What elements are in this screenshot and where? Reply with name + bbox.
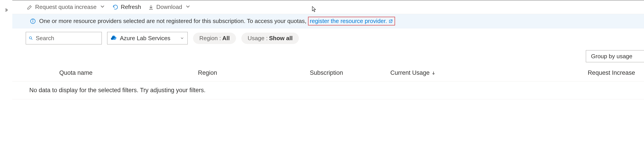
search-input[interactable] [26,32,102,44]
pill-value: Show all [269,35,292,42]
refresh-icon [112,4,118,10]
region-filter[interactable]: Region : All [193,33,236,44]
banner-text: One or more resource providers selected … [39,17,395,25]
toolbar-label: Request quota increase [35,3,97,10]
main-content: Request quota increase Refresh Download [12,0,644,158]
pill-label: Usage : [248,35,268,42]
usage-filter[interactable]: Usage : Show all [241,33,299,44]
col-request-increase[interactable]: Request Increase [572,69,644,76]
toolbar: Request quota increase Refresh Download [12,0,644,14]
info-icon [30,18,36,24]
download-button[interactable]: Download [148,3,191,11]
toolbar-label: Refresh [121,3,141,10]
sidebar-expand-button[interactable] [0,0,12,158]
svg-point-3 [29,37,32,39]
toolbar-label: Download [156,3,182,10]
provider-dropdown[interactable]: Azure Lab Services [107,32,188,44]
pill-label: Region : [199,35,221,42]
pill-value: All [222,35,230,42]
info-banner: One or more resource providers selected … [12,14,644,28]
banner-link-text: register the resource provider. [310,18,387,24]
chevron-down-icon [185,3,191,11]
banner-message: One or more resource providers selected … [39,18,308,24]
empty-state: No data to display for the selected filt… [12,81,644,99]
cloud-icon [110,35,117,41]
search-icon [29,36,33,41]
group-by-label: Group by usage [591,53,632,60]
chevron-down-icon [99,3,106,11]
download-icon [148,4,154,10]
refresh-button[interactable]: Refresh [112,3,141,10]
edit-icon [26,4,33,10]
provider-label: Azure Lab Services [120,35,177,42]
col-quota-name[interactable]: Quota name [59,69,198,76]
sort-down-icon [431,71,436,75]
group-by-dropdown[interactable]: Group by usage [586,50,644,62]
group-by-bar: Group by usage [12,48,644,64]
col-label: Current Usage [390,69,430,76]
col-subscription[interactable]: Subscription [310,69,390,76]
chevron-down-icon [180,36,184,40]
svg-point-2 [33,20,33,20]
register-provider-link[interactable]: register the resource provider. [308,17,395,25]
search-field[interactable] [36,35,99,42]
col-region[interactable]: Region [198,69,310,76]
filters-row: Azure Lab Services Region : All Usage : … [12,28,644,48]
svg-line-4 [31,39,32,39]
chevron-right-icon [4,7,9,14]
external-link-icon [388,19,393,24]
table-header: Quota name Region Subscription Current U… [12,64,644,81]
request-quota-increase-button[interactable]: Request quota increase [26,3,106,11]
col-current-usage[interactable]: Current Usage [390,69,572,76]
